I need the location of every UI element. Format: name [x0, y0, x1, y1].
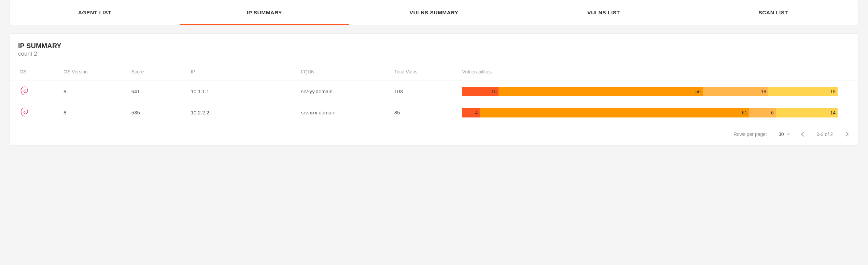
pager: 0-2 of 2: [802, 131, 848, 137]
rows-per-page-select[interactable]: 30: [779, 131, 790, 137]
tab-label: IP SUMMARY: [247, 10, 282, 16]
cell-fqdn: srv-yy.domain: [298, 81, 392, 102]
cell-os: [10, 102, 61, 123]
ip-summary-table: OS OS Version Score IP FQDN Total Vulns …: [10, 69, 858, 123]
col-vulns[interactable]: Vulnerabilities: [459, 69, 858, 81]
cell-total-vulns: 85: [392, 102, 460, 123]
rows-per-page-label: Rows per page:: [733, 131, 767, 137]
table-footer: Rows per page: 30 0-2 of 2: [10, 123, 858, 139]
debian-icon: [19, 86, 30, 96]
tab-ip-summary[interactable]: IP SUMMARY: [180, 0, 349, 25]
cell-vulnerabilities: 10561819: [459, 81, 858, 102]
tab-label: VULNS SUMMARY: [410, 10, 459, 16]
vuln-segment-low: 14: [776, 108, 838, 117]
page-range-label: 0-2 of 2: [817, 131, 833, 137]
vulnerability-bar: 461614: [462, 108, 838, 117]
cell-ip: 10.2.2.2: [188, 102, 298, 123]
cell-vulnerabilities: 461614: [459, 102, 858, 123]
cell-total-vulns: 103: [392, 81, 460, 102]
col-os[interactable]: OS: [10, 69, 61, 81]
vuln-segment-critical: 4: [462, 108, 480, 117]
tab-vulns-summary[interactable]: VULNS SUMMARY: [349, 0, 519, 25]
panel-title: IP SUMMARY: [18, 42, 850, 50]
tab-scan-list[interactable]: SCAN LIST: [688, 0, 858, 25]
tabs-bar: AGENT LISTIP SUMMARYVULNS SUMMARYVULNS L…: [10, 0, 858, 25]
tab-agent-list[interactable]: AGENT LIST: [10, 0, 180, 25]
vuln-segment-high: 56: [499, 87, 703, 96]
tab-label: SCAN LIST: [758, 10, 788, 16]
debian-icon: [19, 107, 30, 117]
col-score[interactable]: Score: [129, 69, 188, 81]
cell-os-version: 8: [61, 81, 129, 102]
vuln-segment-high: 61: [480, 108, 749, 117]
col-total-vulns[interactable]: Total Vulns: [392, 69, 460, 81]
table-header-row: OS OS Version Score IP FQDN Total Vulns …: [10, 69, 858, 81]
chevron-down-icon: [787, 134, 790, 135]
tab-label: AGENT LIST: [78, 10, 111, 16]
previous-page-button[interactable]: [801, 132, 806, 137]
tab-label: VULNS LIST: [587, 10, 620, 16]
table-row[interactable]: 853510.2.2.2srv-xxx.domain85461614: [10, 102, 858, 123]
col-os-version[interactable]: OS Version: [61, 69, 129, 81]
cell-fqdn: srv-xxx.domain: [298, 102, 392, 123]
cell-os-version: 8: [61, 102, 129, 123]
panel-count-label: count 2: [18, 51, 850, 57]
next-page-button[interactable]: [844, 132, 849, 137]
vuln-segment-critical: 10: [462, 87, 499, 96]
cell-os: [10, 81, 61, 102]
panel-header: IP SUMMARY count 2: [10, 42, 858, 69]
vuln-segment-medium: 18: [703, 87, 768, 96]
vulnerability-bar: 10561819: [462, 87, 838, 96]
rows-per-page-value: 30: [779, 131, 784, 137]
vuln-segment-low: 19: [768, 87, 838, 96]
tab-vulns-list[interactable]: VULNS LIST: [519, 0, 688, 25]
cell-ip: 10.1.1.1: [188, 81, 298, 102]
cell-score: 641: [129, 81, 188, 102]
ip-summary-panel: IP SUMMARY count 2 OS OS Version Score I…: [10, 33, 858, 145]
cell-score: 535: [129, 102, 188, 123]
col-fqdn[interactable]: FQDN: [298, 69, 392, 81]
vuln-segment-medium: 6: [749, 108, 776, 117]
table-row[interactable]: 864110.1.1.1srv-yy.domain10310561819: [10, 81, 858, 102]
col-ip[interactable]: IP: [188, 69, 298, 81]
